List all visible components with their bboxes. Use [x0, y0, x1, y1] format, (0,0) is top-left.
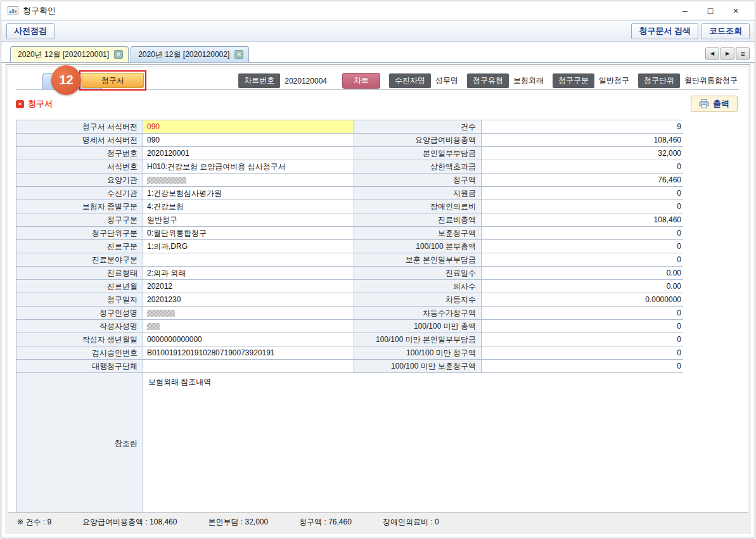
month-tab-1[interactable]: 2020년 12월 [2020120001] ✕ — [10, 46, 129, 62]
tab-scroll-left-icon[interactable]: ◀ — [705, 48, 719, 60]
app-window: 청구확인 – □ × 사전점검 청구문서 검색 코드조회 2020년 12월 [… — [1, 1, 755, 538]
maximize-button[interactable]: □ — [698, 3, 723, 19]
form-label-cell: 보험자 종별구분 — [16, 200, 143, 213]
form-value-cell[interactable] — [143, 174, 354, 186]
form-label-cell: 차등수가청구액 — [354, 307, 481, 319]
form-value-cell[interactable]: 1:건강보험심사평가원 — [143, 187, 354, 200]
chart-button[interactable]: 차트 — [342, 73, 380, 89]
form-value-cell[interactable]: 0 — [482, 333, 685, 346]
form-value-cell[interactable]: 0 — [482, 346, 685, 359]
form-value-cell[interactable]: 0000000000000 — [143, 333, 354, 346]
form-value-cell[interactable]: 090 — [143, 134, 354, 146]
chart-no-value: 2020120004 — [285, 77, 327, 86]
tab-list-icon[interactable]: ≡ — [736, 48, 750, 60]
panel-inner: 명 12 청구서 차트번호 2020120004 차트 수진자명 성무명 청구유… — [8, 66, 748, 531]
form-label-cell: 진료일수 — [354, 267, 481, 279]
form-value-cell[interactable]: 2:의과 외래 — [143, 267, 354, 279]
form-value-cell[interactable]: B01001912019102807190073920191 — [143, 346, 354, 359]
form-label-cell: 차등지수 — [354, 293, 481, 306]
form-value-cell[interactable]: 0.00 — [482, 280, 685, 293]
form-value-cell[interactable]: 108,460 — [482, 213, 685, 226]
form-value-cell[interactable]: 20201230 — [143, 293, 354, 306]
form-value-cell[interactable]: 0 — [482, 360, 685, 372]
redacted-value — [147, 177, 186, 184]
close-button[interactable]: × — [723, 3, 748, 19]
claim-class-value: 일반청구 — [599, 75, 629, 86]
form-ref-label-cell: 참조란 — [16, 373, 143, 513]
form-label-cell: 대행청구단체 — [16, 360, 143, 372]
claim-form-table: 청구서 서식버전090건수9명세서 서식버전090요양급여비용총액108,460… — [16, 120, 683, 514]
toolbar-right-group: 청구문서 검색 코드조회 — [631, 23, 750, 39]
form-label-cell: 청구단위구분 — [16, 227, 143, 239]
month-tab-1-label: 2020년 12월 [2020120001] — [18, 49, 109, 60]
annotation-highlight-box: 청구서 — [79, 70, 146, 91]
form-value-cell[interactable] — [143, 360, 354, 372]
form-value-cell[interactable]: 0 — [482, 227, 685, 239]
window-title: 청구확인 — [23, 5, 56, 16]
form-value-cell[interactable]: 202012 — [143, 280, 354, 293]
form-value-cell[interactable]: 090 — [143, 120, 354, 133]
form-value-cell[interactable]: 0:월단위통합청구 — [143, 227, 354, 239]
form-value-cell[interactable]: 0 — [482, 200, 685, 213]
form-label-cell: 수신기관 — [16, 187, 143, 200]
form-value-cell[interactable]: H010:건강보험 요양급여비용 심사청구서 — [143, 160, 354, 173]
form-label-cell: 청구액 — [354, 174, 481, 186]
form-value-cell[interactable] — [143, 253, 354, 266]
tab-nav-controls: ◀ ▶ ≡ — [705, 48, 750, 60]
form-label-cell: 요양기관 — [16, 174, 143, 186]
form-label-cell: 청구일자 — [16, 293, 143, 306]
month-tab-2[interactable]: 2020년 12월 [2020120002] ✕ — [131, 46, 249, 62]
form-label-cell: 장애인의료비 — [354, 200, 481, 213]
claim-doc-search-button[interactable]: 청구문서 검색 — [631, 23, 698, 39]
form-value-cell[interactable] — [143, 307, 354, 319]
form-label-cell: 서식번호 — [16, 160, 143, 173]
window-controls: – □ × — [672, 3, 748, 19]
form-label-cell: 상한액초과금 — [354, 160, 481, 173]
code-lookup-button[interactable]: 코드조회 — [702, 23, 750, 39]
form-value-cell[interactable]: 0 — [482, 253, 685, 266]
form-value-cell[interactable]: 일반청구 — [143, 213, 354, 226]
form-value-cell[interactable]: 0 — [482, 240, 685, 253]
tab-cheongguseo[interactable]: 청구서 — [82, 73, 144, 88]
form-value-cell[interactable]: 0 — [482, 307, 685, 319]
month-tab-2-label: 2020년 12월 [2020120002] — [138, 49, 229, 60]
form-label-cell: 100/100 미만 본인일부부담금 — [354, 333, 481, 346]
form-value-cell[interactable]: 4:건강보험 — [143, 200, 354, 213]
form-value-cell[interactable]: 9 — [482, 120, 685, 133]
patient-name-badge: 수진자명 — [389, 73, 431, 88]
claim-type-value: 보험외래 — [513, 75, 544, 86]
form-value-cell[interactable]: 0 — [482, 187, 685, 200]
form-label-cell: 건수 — [354, 120, 481, 133]
form-value-cell[interactable]: 0.0000000 — [482, 293, 685, 306]
form-value-cell[interactable]: 76,460 — [482, 174, 685, 186]
status-item: 청구액 : 76,460 — [299, 517, 352, 528]
tab-close-icon[interactable]: ✕ — [114, 50, 123, 59]
form-label-cell: 요양급여비용총액 — [354, 134, 481, 146]
claim-unit-badge: 청구단위 — [638, 73, 680, 88]
claim-type-badge: 청구유형 — [467, 73, 509, 88]
form-value-cell[interactable]: 0 — [482, 320, 685, 333]
form-label-cell: 100/100 미만 보훈청구액 — [354, 360, 481, 372]
form-value-cell[interactable]: 2020120001 — [143, 147, 354, 160]
form-label-cell: 의사수 — [354, 280, 481, 293]
form-value-cell[interactable]: 32,000 — [482, 147, 685, 160]
form-ref-value-cell[interactable]: 보험외래 참조내역 — [143, 373, 685, 513]
minimize-button[interactable]: – — [672, 3, 698, 19]
precheck-button[interactable]: 사전점검 — [6, 23, 54, 39]
print-button[interactable]: 출력 — [691, 96, 738, 112]
form-value-cell[interactable]: 0 — [482, 160, 685, 173]
patient-name-value: 성무명 — [435, 75, 458, 86]
form-value-cell[interactable]: 0.00 — [482, 267, 685, 279]
tab-close-icon[interactable]: ✕ — [234, 50, 243, 59]
annotation-step-badge: 12 — [51, 65, 81, 95]
form-value-cell[interactable] — [143, 320, 354, 333]
form-value-cell[interactable]: 1:의과,DRG — [143, 240, 354, 253]
form-label-cell: 청구번호 — [16, 147, 143, 160]
form-label-cell: 청구인성명 — [16, 307, 143, 319]
form-label-cell: 100/100 미만 총액 — [354, 320, 481, 333]
tab-scroll-right-icon[interactable]: ▶ — [721, 48, 734, 60]
form-label-cell: 진료분야구분 — [16, 253, 143, 266]
form-value-cell[interactable]: 108,460 — [482, 134, 685, 146]
form-label-cell: 진료형태 — [16, 267, 143, 279]
form-label-cell: 지원금 — [354, 187, 481, 200]
